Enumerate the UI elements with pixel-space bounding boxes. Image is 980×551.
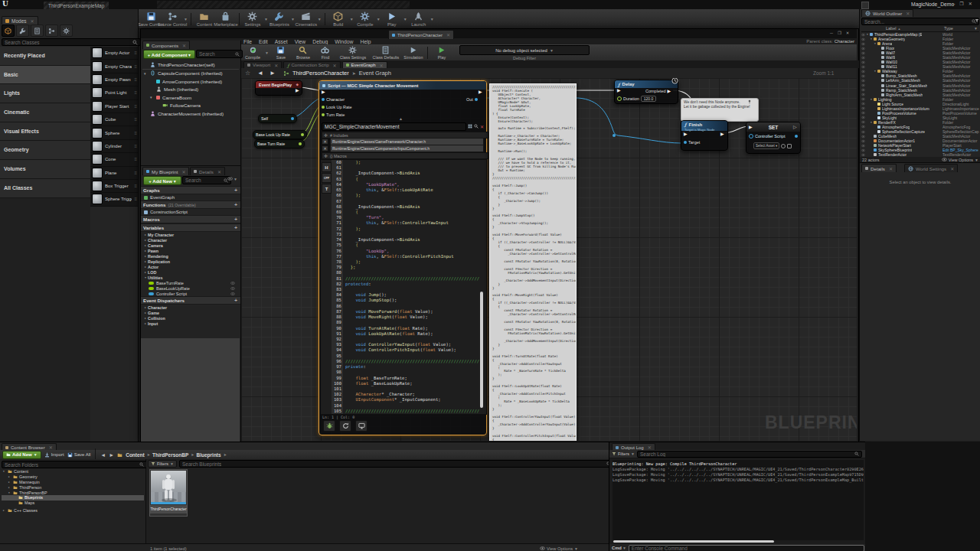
pin-green[interactable] (299, 142, 302, 145)
column-label[interactable]: Label (886, 26, 896, 31)
chevron-down-icon[interactable]: ▼ (318, 17, 322, 21)
add-macro-icon[interactable]: ✛ (324, 153, 328, 158)
tab-eventgraph[interactable]: EventGraph✕ (342, 61, 387, 69)
log-h-scrollbar[interactable] (613, 540, 774, 543)
outliner-search-input[interactable]: Search... (861, 18, 979, 25)
pin-duration[interactable] (617, 96, 622, 101)
remove-include-icon[interactable]: ✕ (322, 139, 328, 145)
code-view-button-t[interactable]: T (322, 184, 332, 194)
variable-mybp-controller-script[interactable]: Controller Script (141, 291, 240, 296)
placeable-item-plane[interactable]: Plane≡ (90, 167, 138, 180)
tab-world-settings[interactable]: World Settings✕ (904, 164, 958, 172)
drag-grip-icon[interactable]: ≡ (134, 104, 137, 109)
code-line[interactable]: 82protected: (332, 282, 486, 287)
expand-arrow[interactable]: ▸ (8, 486, 11, 489)
add-icon[interactable]: ＋ (234, 187, 238, 194)
filters-icon[interactable] (975, 18, 979, 23)
mode-category-volumes[interactable]: Volumes (0, 160, 90, 179)
exec-out-pin[interactable]: ▶ (720, 132, 724, 136)
eye-icon[interactable] (861, 79, 865, 83)
eye-icon[interactable] (861, 37, 865, 41)
add-new-button[interactable]: + Add New ▾ (143, 176, 181, 185)
code-line[interactable]: 95 (332, 354, 486, 359)
toolbar-button-blueprints[interactable]: Blueprints (270, 10, 289, 28)
browse-grid-icon[interactable] (468, 124, 472, 129)
code-scrollbar[interactable] (480, 292, 483, 408)
menu-asset[interactable]: Asset (275, 39, 288, 44)
cb-back-icon[interactable]: ◄ (100, 452, 106, 458)
exec-in-pin[interactable]: ▶ (322, 90, 325, 94)
placeable-item-sphere[interactable]: Sphere≡ (90, 126, 138, 139)
toolbar-button-marketplace[interactable]: Marketplace (216, 10, 236, 28)
cb-view-options[interactable]: View Options ▼ (540, 546, 578, 551)
landscape-mode-icon[interactable] (31, 24, 44, 37)
chevron-down-icon[interactable]: ▼ (974, 26, 978, 31)
code-line[interactable]: 62 _InputComponent->BindAxis (332, 171, 486, 176)
script-name-field[interactable]: MGC_SimpleCharacterMovement (322, 122, 466, 131)
node-event-beginplay[interactable]: Event BeginPlay ◆ ▶ (255, 80, 302, 96)
event-graph-canvas[interactable]: BLUEPRINT Event BeginPlay ◆ ▶ (241, 78, 857, 441)
drag-grip-icon[interactable]: ≡ (134, 184, 137, 188)
mode-category-lights[interactable]: Lights (0, 84, 90, 103)
code-line[interactable]: 92 (332, 337, 486, 342)
bp-asset-tab[interactable]: ThirdPersonCharacter✕ (388, 30, 454, 39)
drag-grip-icon[interactable]: ≡ (134, 144, 137, 148)
component-row-mesh[interactable]: Mesh (Inherited) (142, 86, 239, 94)
component-row-thirdpersoncharacter(self)[interactable]: ThirdPersonCharacter(self) (142, 60, 239, 69)
code-line[interactable]: 61 (332, 165, 486, 171)
code-line[interactable]: 84 void Jump(); (332, 292, 486, 298)
path-segment-thirdpersonbp[interactable]: ThirdPersonBP (152, 452, 188, 458)
placeable-item-sphere-trigger[interactable]: Sphere Trigger≡ (90, 193, 138, 206)
foliage-mode-icon[interactable] (45, 24, 58, 37)
close-icon[interactable]: ✕ (446, 32, 450, 37)
exec-out-pin[interactable]: ▷ (793, 125, 797, 129)
mybp-rendering[interactable]: ▸Rendering (141, 253, 240, 259)
code-line[interactable]: 67 (332, 199, 486, 204)
code-line[interactable]: 94 void ControllerPitchInput(float Value… (332, 347, 486, 353)
code-line[interactable]: 75 ( (332, 243, 486, 248)
variable-mybp-baseturnrate[interactable]: BaseTurnRate (141, 280, 240, 285)
close-icon[interactable]: ✕ (182, 43, 186, 48)
code-line[interactable]: 79 }; (332, 265, 486, 270)
console-command-input[interactable]: Enter Console Command (629, 545, 864, 551)
expand-arrow[interactable]: ▾ (144, 71, 148, 76)
my-blueprint-search-input[interactable]: Search (182, 176, 231, 184)
menu-edit[interactable]: Edit (259, 39, 268, 44)
include-path[interactable]: Runtime/Engine/Classes/Components/InputC… (330, 145, 484, 152)
code-line[interactable]: 101 (332, 386, 486, 392)
path-segment-blueprints[interactable]: Blueprints (196, 452, 220, 458)
placeable-item-empty-actor[interactable]: Empty Actor≡ (90, 47, 138, 60)
mybp-replication[interactable]: ▸Replication (141, 259, 240, 264)
eye-icon[interactable] (230, 292, 235, 296)
code-line[interactable]: 73 (332, 232, 486, 237)
cb-search-assets-input[interactable]: Search Blueprints (179, 460, 614, 468)
placeable-item-cone[interactable]: Cone≡ (90, 153, 138, 166)
eye-icon[interactable] (861, 70, 865, 73)
exec-out-pin[interactable]: ▶ (296, 88, 299, 93)
drag-grip-icon[interactable]: ≡ (134, 90, 137, 95)
pin-icon[interactable] (747, 99, 752, 104)
toolbar-button-compile[interactable]: Compile (355, 10, 375, 28)
menu-window[interactable]: Window (335, 39, 353, 44)
eye-icon[interactable] (861, 51, 865, 55)
mybp-actor[interactable]: ▸Actor (141, 264, 240, 269)
node-get-baselookuprate[interactable]: Base Look Up Rate (253, 130, 307, 139)
pin-green[interactable] (301, 133, 304, 136)
code-line[interactable]: 86 (332, 304, 486, 309)
search-classes-input[interactable]: Search Classes (2, 38, 141, 46)
mybp-game[interactable]: ▸Game (141, 310, 240, 315)
asset-tile-thirdpersoncharacter[interactable]: ThirdPersonCharacter (149, 469, 188, 517)
place-mode-icon[interactable] (2, 24, 15, 37)
eye-icon[interactable] (861, 74, 865, 78)
eye-icon[interactable] (861, 148, 865, 152)
code-line[interactable]: 91 void LookUpAtRate(float Rate); (332, 331, 486, 337)
tab-construction-scrip[interactable]: ƒConstruction Scrip✕ (283, 61, 340, 69)
code-line[interactable]: 85 void JumpStop(); (332, 298, 486, 303)
code-line[interactable]: 78 ); (332, 259, 486, 265)
component-row-cameraboom[interactable]: ▾CameraBoom (142, 93, 239, 102)
section-header-mybp-graphs[interactable]: Graphs＋ (141, 186, 240, 194)
section-header-mybp-event-dispatchers[interactable]: Event Dispatchers＋ (141, 296, 240, 305)
eye-icon[interactable] (861, 116, 865, 119)
tab-details-docked[interactable]: Details✕ (190, 167, 225, 175)
code-line[interactable]: 100 float _BaseLookUpRate; (332, 381, 486, 386)
